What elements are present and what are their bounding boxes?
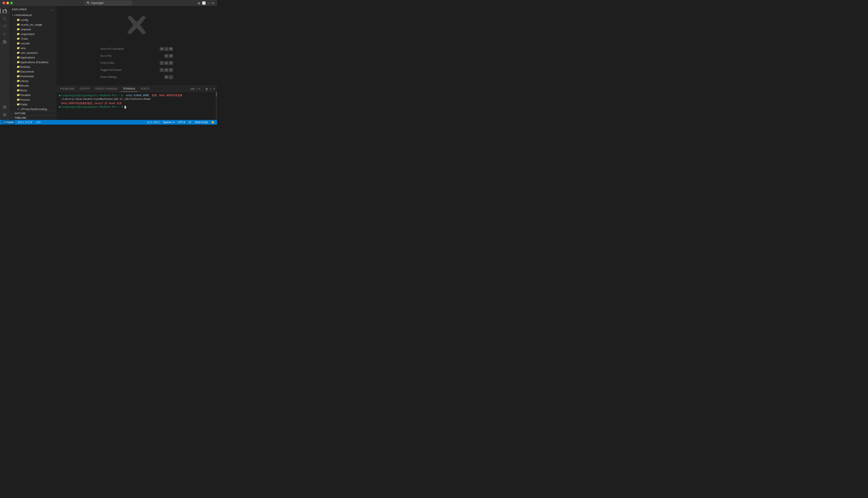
- item-label: .vscode: [20, 42, 30, 45]
- tab-problems[interactable]: PROBLEMS: [58, 86, 77, 92]
- layout-split-icon[interactable]: ⬜: [202, 1, 206, 5]
- activity-source-control[interactable]: [1, 23, 8, 30]
- notification-bell-icon: 🔔: [211, 121, 215, 124]
- split-terminal-button[interactable]: ⎘: [199, 87, 200, 91]
- add-terminal-button[interactable]: +: [196, 87, 197, 91]
- tab-output[interactable]: OUTPUT: [78, 86, 92, 92]
- tree-item-vscode[interactable]: › 📁 .vscode: [9, 41, 56, 45]
- terminal-line-2: /Library/Java/JavaVirtualMachines/jdk-17…: [59, 98, 213, 105]
- search-magnifier-icon: 🔍: [87, 2, 90, 4]
- search-input[interactable]: [91, 1, 130, 4]
- item-label: .Trash: [20, 37, 28, 40]
- tree-item-cfusertextencoding[interactable]: ≡ .CFUserTextEncoding: [9, 107, 56, 111]
- status-eol[interactable]: LF: [188, 120, 192, 124]
- shortcut-keys: ⌘ ,: [164, 75, 173, 79]
- status-left-badge[interactable]: ⎇ 0: [35, 120, 41, 124]
- outline-header[interactable]: › OUTLINE: [9, 111, 56, 115]
- terminal-more-button[interactable]: ···: [202, 87, 204, 91]
- status-encoding[interactable]: UTF-8: [177, 120, 186, 124]
- terminal-tilde: [124, 94, 125, 97]
- timeline-chevron: ›: [11, 117, 14, 119]
- timeline-header[interactable]: › TIMELINE: [9, 116, 56, 120]
- close-panel-button[interactable]: ✕: [213, 87, 215, 91]
- kbd-cmd: ⌘: [164, 54, 168, 58]
- item-label: Applications: [20, 56, 35, 59]
- shortcut-show-all-commands: Show All Commands ⌘ ⇧ P: [100, 46, 173, 52]
- tree-item-pictures[interactable]: › 📁 Pictures: [9, 97, 56, 102]
- activity-explorer[interactable]: [1, 8, 8, 14]
- chevron-icon: ›: [13, 80, 16, 82]
- status-language[interactable]: Shell Script: [194, 120, 209, 124]
- folder-icon: 📁: [16, 51, 20, 54]
- tree-item-snipaste[interactable]: › 📁 .snipaste: [9, 27, 56, 31]
- tree-item-wns[interactable]: › 📁 .wns: [9, 45, 56, 50]
- tree-item-public[interactable]: › 📁 Public: [9, 102, 56, 107]
- terminal-panel: PROBLEMS OUTPUT DEBUG CONSOLE TERMINAL P…: [56, 86, 217, 120]
- folder-icon: 📁: [16, 75, 20, 78]
- chevron-icon: ›: [13, 84, 16, 87]
- folder-icon: 📁: [16, 47, 20, 50]
- tree-item-sogouinput[interactable]: › 📁 .sogouinput: [9, 31, 56, 36]
- root-folder[interactable]: ▾ LIUGUANGLEI: [9, 13, 56, 17]
- shortcut-label: Show All Commands: [100, 47, 124, 50]
- activity-search[interactable]: [1, 15, 8, 22]
- chevron-icon: ›: [13, 66, 16, 68]
- close-button[interactable]: [2, 2, 5, 4]
- kill-terminal-button[interactable]: 🗑: [205, 87, 208, 91]
- tree-item-downloads[interactable]: › 📁 Downloads: [9, 74, 56, 79]
- terminal-scrollbar[interactable]: [216, 92, 217, 120]
- chevron-icon: ›: [13, 42, 16, 44]
- kbd-f: F: [169, 61, 173, 65]
- status-bar: ⎇ master ⊘ 0 ⚠ 0 ⓘ 0 ⎇ 0 Ln 1, Col 1 Spa…: [0, 120, 217, 124]
- tree-item-desktop[interactable]: › 📁 Desktop: [9, 64, 56, 69]
- status-errors[interactable]: ⊘ 0 ⚠ 0 ⓘ 0: [17, 120, 33, 124]
- maximize-panel-button[interactable]: ∧: [209, 87, 212, 91]
- tree-item-documents[interactable]: › 📁 Documents: [9, 69, 56, 74]
- layout-panel-icon[interactable]: ▭: [207, 1, 210, 5]
- tree-item-library[interactable]: › 📁 Library: [9, 79, 56, 83]
- item-label: Applications (Parallels): [20, 61, 48, 64]
- folder-icon: 📁: [16, 18, 20, 21]
- item-label: .sogouinput: [20, 32, 34, 36]
- tree-item-applications[interactable]: › 📁 Applications: [9, 55, 56, 60]
- terminal-content[interactable]: liuguanglei@liuguangleis-MacBook-Pro ~ %…: [56, 92, 216, 120]
- chevron-icon: ›: [13, 24, 16, 26]
- terminal-line-1: liuguanglei@liuguangleis-MacBook-Pro ~ %…: [59, 94, 213, 97]
- tree-item-music[interactable]: › 📁 Music: [9, 88, 56, 93]
- status-spaces[interactable]: Spaces: 4: [162, 120, 175, 124]
- status-right: Ln 1, Col 1 Spaces: 4 UTF-8 LF Shell Scr…: [146, 120, 215, 124]
- tree-item-applications-parallels[interactable]: › 📁 Applications (Parallels): [9, 60, 56, 64]
- terminal-line-3: liuguanglei@liuguangleis-MacBook-Pro ~ %: [59, 106, 213, 109]
- tree-item-oracle[interactable]: › 📁 .oracle_jre_usage: [9, 22, 56, 27]
- status-branch[interactable]: ⎇ master: [2, 120, 15, 124]
- tree-item-trash[interactable]: › 📁 .Trash: [9, 36, 56, 41]
- tab-ports[interactable]: PORTS: [139, 86, 152, 92]
- sidebar-more-actions[interactable]: ...: [51, 8, 54, 11]
- layout-single-icon[interactable]: ▣: [197, 1, 200, 5]
- terminal-prompt: liuguanglei@liuguangleis-MacBook-Pro ~ %: [61, 94, 123, 97]
- item-label: Movies: [20, 84, 29, 87]
- vscode-logo: [124, 12, 150, 38]
- layout-grid-icon[interactable]: ⊞: [212, 1, 215, 5]
- minimize-button[interactable]: [7, 2, 9, 4]
- folder-icon: 📁: [16, 61, 20, 64]
- tree-item-movies[interactable]: › 📁 Movies: [9, 83, 56, 88]
- command-palette[interactable]: 🔍: [85, 1, 132, 5]
- chevron-icon: ›: [13, 75, 16, 77]
- status-cursor[interactable]: Ln 1, Col 1: [146, 120, 161, 124]
- shortcut-toggle-fullscreen: Toggle Full Screen ^ ⌘ F: [100, 67, 173, 73]
- maximize-button[interactable]: [10, 2, 13, 4]
- activity-settings[interactable]: [1, 112, 8, 118]
- chevron-icon: ›: [13, 28, 16, 30]
- tree-item-parallels[interactable]: › 📁 Parallels: [9, 93, 56, 97]
- activity-run-debug[interactable]: [1, 31, 8, 38]
- language-label: Shell Script: [195, 121, 208, 124]
- item-label: .config: [20, 18, 28, 22]
- tab-terminal[interactable]: TERMINAL: [121, 86, 138, 92]
- tree-item-zsh-sessions[interactable]: › 📁 .zsh_sessions: [9, 50, 56, 55]
- tab-debug-console[interactable]: DEBUG CONSOLE: [93, 86, 120, 92]
- activity-extensions[interactable]: [1, 38, 8, 45]
- tree-item-config[interactable]: › 📁 .config: [9, 17, 56, 22]
- status-notification[interactable]: 🔔: [210, 120, 215, 124]
- activity-account[interactable]: [1, 104, 8, 110]
